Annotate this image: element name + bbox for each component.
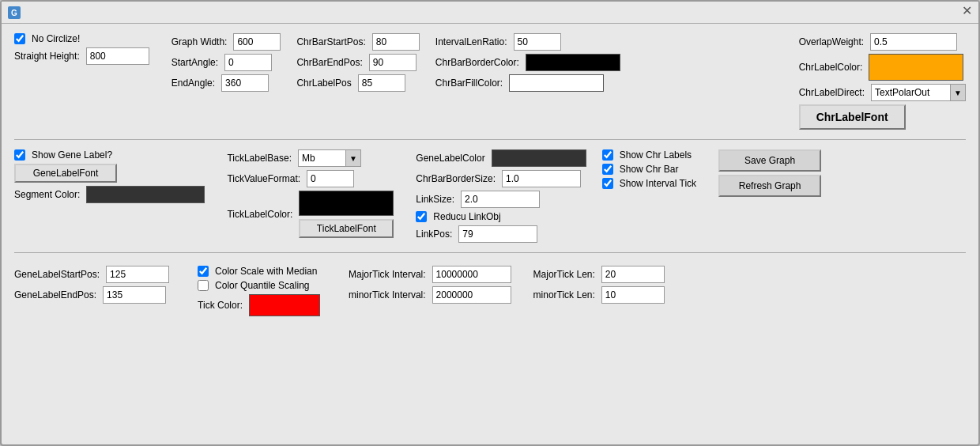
segment-color-row: Segment Color: [14, 186, 205, 203]
straight-height-row: Straight Height: [14, 47, 149, 65]
chr-label-direct-input[interactable] [871, 84, 950, 101]
chr-label-color-row: ChrLabelColor: [799, 54, 966, 81]
gene-label-color-label: GeneLabelColor [416, 153, 484, 164]
minor-tick-len-input[interactable] [601, 286, 665, 304]
minor-tick-interval-row: minorTick Interval: [349, 286, 511, 304]
reduce-link-label: Reducu LinkObj [433, 211, 500, 222]
chr-bar-border-color-row: ChrBarBorderColor: [435, 54, 620, 71]
major-tick-len-row: MajorTick Len: [533, 266, 665, 283]
action-btns-col: Save Graph Refresh Graph [718, 149, 821, 197]
chr-label-direct-dropdown-btn[interactable]: ▼ [950, 84, 966, 101]
end-angle-label: EndAngle: [172, 77, 215, 89]
show-chr-bar-checkbox[interactable] [602, 164, 613, 175]
tick-label-color-label: TickLabelColor: [227, 209, 292, 220]
show-chr-labels-checkbox[interactable] [602, 149, 613, 161]
mid2-col: ChrBarStartPos: ChrBarEndPos: ChrLabelPo… [296, 33, 419, 92]
start-angle-input[interactable] [224, 54, 272, 71]
link-pos-row: LinkPos: [416, 225, 586, 243]
close-button[interactable]: ✕ [962, 5, 972, 17]
tick-label-color-swatch[interactable] [299, 191, 394, 216]
title-bar: G ✕ [2, 2, 978, 24]
chr-bar-fill-color-swatch[interactable] [509, 74, 604, 92]
interval-len-label: IntervalLenRatio: [435, 36, 507, 47]
chr-bar-border-color-swatch[interactable] [526, 54, 620, 71]
content-area: No Circlize! Straight Height: Graph Widt… [2, 24, 978, 444]
chr-label-font-button[interactable]: ChrLabelFont [799, 104, 906, 130]
tick-value-format-row: TickValueFormat: [227, 170, 394, 187]
show-interval-tick-checkbox[interactable] [602, 178, 613, 189]
save-graph-button[interactable]: Save Graph [718, 149, 821, 172]
top-section: No Circlize! Straight Height: Graph Widt… [14, 33, 966, 130]
link-size-row: LinkSize: [416, 191, 586, 208]
graph-width-input[interactable] [233, 33, 281, 51]
chr-bar-start-label: ChrBarStartPos: [296, 36, 365, 47]
gene-label-start-pos-input[interactable] [106, 266, 169, 283]
major-tick-len-label: MajorTick Len: [533, 269, 595, 280]
tick-label-base-dropdown-btn[interactable]: ▼ [345, 149, 361, 167]
color-scale-median-checkbox[interactable] [198, 266, 209, 277]
straight-height-input[interactable] [86, 47, 149, 65]
interval-len-input[interactable] [514, 33, 561, 51]
tick-color-label: Tick Color: [198, 300, 243, 311]
gene-label-color-swatch[interactable] [492, 149, 586, 167]
link-size-input[interactable] [461, 191, 540, 208]
major-tick-interval-row: MajorTick Interval: [349, 266, 511, 283]
chr-bar-fill-color-label: ChrBarFillColor: [435, 77, 503, 89]
overlap-weight-row: OverlapWeight: [799, 33, 966, 51]
end-angle-input[interactable] [221, 74, 269, 92]
gene-label-font-button[interactable]: GeneLabelFont [14, 164, 117, 183]
overlap-weight-input[interactable] [870, 33, 957, 51]
gene-label-col: Show Gene Label? GeneLabelFont Segment C… [14, 149, 205, 203]
interval-len-row: IntervalLenRatio: [435, 33, 620, 51]
color-scale-col: Color Scale with Median Color Quantile S… [198, 266, 320, 316]
tick-color-row: Tick Color: [198, 294, 320, 316]
major-tick-interval-input[interactable] [432, 266, 511, 283]
gene-label-start-pos-label: GeneLabelStartPos: [14, 269, 100, 280]
chr-label-pos-label: ChrLabelPos [296, 77, 351, 89]
tick-label-color-row: TickLabelColor: TickLabelFont [227, 191, 394, 238]
color-quantile-checkbox[interactable] [198, 280, 209, 291]
tick-label-font-button[interactable]: TickLabelFont [299, 219, 394, 238]
divider2 [14, 252, 966, 253]
link-pos-input[interactable] [458, 225, 537, 243]
chr-bar-border-size-input[interactable] [502, 170, 581, 187]
show-chr-labels-label: Show Chr Labels [620, 149, 692, 161]
chr-label-direct-row: ChrLabelDirect: ▼ [799, 84, 966, 101]
chr-bar-border-size-row: ChrBarBorderSize: [416, 170, 586, 187]
chr-bar-border-color-label: ChrBarBorderColor: [435, 57, 519, 68]
overlap-weight-label: OverlapWeight: [799, 36, 864, 47]
show-gene-label-label: Show Gene Label? [32, 149, 112, 161]
tick-color-swatch[interactable] [249, 294, 320, 316]
graph-width-label: Graph Width: [172, 36, 228, 47]
middle-section: Show Gene Label? GeneLabelFont Segment C… [14, 149, 966, 243]
link-pos-label: LinkPos: [416, 229, 452, 240]
color-scale-median-row: Color Scale with Median [198, 266, 320, 277]
start-angle-label: StartAngle: [172, 57, 218, 68]
gene-label-end-pos-input[interactable] [103, 286, 166, 304]
no-circlize-checkbox[interactable] [14, 33, 25, 44]
segment-color-swatch[interactable] [86, 186, 205, 203]
tick-label-base-label: TickLabelBase: [227, 153, 292, 164]
minor-tick-interval-input[interactable] [432, 286, 511, 304]
refresh-graph-button[interactable]: Refresh Graph [718, 175, 821, 197]
major-tick-len-input[interactable] [601, 266, 665, 283]
chr-label-pos-row: ChrLabelPos [296, 74, 419, 92]
app-icon: G [8, 6, 21, 19]
chr-label-pos-input[interactable] [358, 74, 405, 92]
straight-height-label: Straight Height: [14, 51, 80, 62]
tick-col: TickLabelBase: ▼ TickValueFormat: TickLa… [227, 149, 394, 238]
chr-label-color-swatch[interactable] [869, 54, 963, 81]
chr-bar-start-input[interactable] [372, 33, 420, 51]
chr-bar-end-input[interactable] [369, 54, 416, 71]
tick-value-format-input[interactable] [307, 170, 354, 187]
reduce-link-checkbox[interactable] [416, 211, 427, 222]
show-gene-label-checkbox[interactable] [14, 149, 25, 161]
gene-label-end-pos-label: GeneLabelEndPos: [14, 289, 96, 300]
svg-text:G: G [11, 9, 17, 17]
reduce-link-row: Reducu LinkObj [416, 211, 586, 222]
tick-label-base-input[interactable] [298, 149, 345, 167]
chr-bar-border-size-label: ChrBarBorderSize: [416, 173, 496, 184]
chr-bar-fill-color-row: ChrBarFillColor: [435, 74, 620, 92]
chr-bar-end-label: ChrBarEndPos: [296, 57, 362, 68]
gene-pos-col: GeneLabelStartPos: GeneLabelEndPos: [14, 266, 169, 304]
